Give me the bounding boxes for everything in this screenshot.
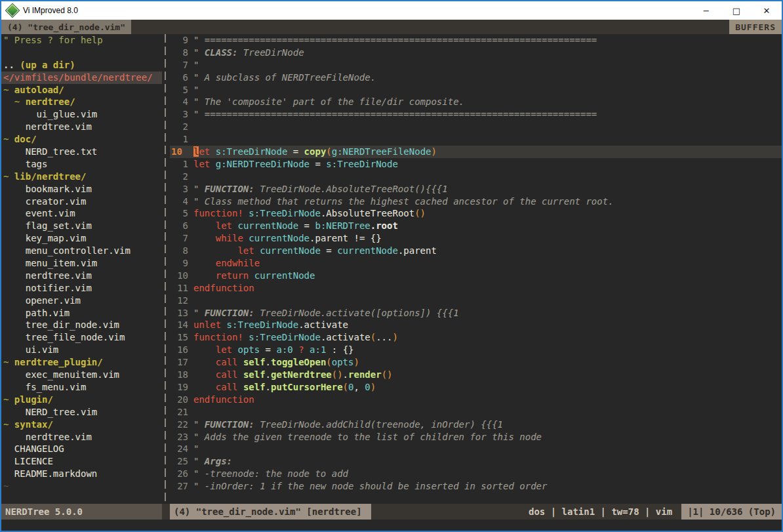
code-line[interactable]: 26" -treenode: the node to add: [170, 468, 782, 480]
token: path.vim: [3, 308, 70, 318]
tree-item[interactable]: NERD_tree.vim: [1, 406, 162, 419]
tree-item[interactable]: tree_file_node.vim: [1, 331, 162, 344]
tree-item[interactable]: tags: [1, 158, 162, 171]
minimize-button[interactable]: −: [691, 1, 721, 20]
code-line[interactable]: 4" The 'composite' part of the file/dir …: [170, 96, 782, 108]
tree-item[interactable]: ~ nerdtree_plugin/: [1, 356, 162, 369]
tree-item[interactable]: LICENCE: [1, 455, 162, 468]
code-line[interactable]: 7 while currentNode.parent != {}: [170, 232, 782, 245]
code-line[interactable]: 13" FUNCTION: TreeDirNode.activate([opti…: [170, 307, 782, 319]
tab-tree-dir-node[interactable]: (4) "tree_dir_node.vim": [1, 20, 131, 34]
token: [249, 270, 254, 281]
token: call: [216, 369, 238, 380]
tree-item[interactable]: .. (up a dir): [1, 59, 162, 72]
code-line[interactable]: 9" =====================================…: [170, 34, 782, 47]
tree-item[interactable]: key_map.vim: [1, 232, 162, 245]
token: =: [310, 159, 326, 169]
code-line[interactable]: 15function! s:TreeDirNode.activate(...): [170, 331, 782, 344]
tree-item[interactable]: tree_dir_node.vim: [1, 319, 162, 331]
tree-item[interactable]: menu_item.vim: [1, 257, 162, 270]
tree-item[interactable]: ~: [1, 480, 162, 493]
tree-item[interactable]: ~ doc/: [1, 133, 162, 146]
token: tags: [3, 159, 47, 169]
tree-item[interactable]: menu_controller.vim: [1, 245, 162, 257]
close-button[interactable]: ✕: [752, 1, 782, 20]
tree-item[interactable]: nerdtree.vim: [1, 431, 162, 443]
token: [193, 369, 216, 380]
code-line[interactable]: 18 call self.getNerdtree().render(): [170, 369, 782, 381]
tree-item[interactable]: creator.vim: [1, 195, 162, 208]
tree-item[interactable]: ~ syntax/: [1, 419, 162, 431]
code-line[interactable]: 23" Adds the given treenode to the list …: [170, 431, 782, 443]
code-line[interactable]: 22" FUNCTION: TreeDirNode.addChild(treen…: [170, 419, 782, 431]
code-text: unlet s:TreeDirNode.activate: [193, 319, 348, 331]
code-line[interactable]: 10 return currentNode: [170, 270, 782, 282]
window-separator[interactable]: [162, 34, 170, 504]
line-number: 9: [170, 34, 188, 47]
tree-item[interactable]: ~ nerdtree/: [1, 96, 162, 108]
tree-item[interactable]: event.vim: [1, 207, 162, 220]
code-line[interactable]: 8 let currentNode = currentNode.parent: [170, 245, 782, 257]
code-line[interactable]: 16 let opts = a:0 ? a:1 : {}: [170, 344, 782, 356]
tree-item[interactable]: notifier.vim: [1, 282, 162, 295]
line-number: 24: [170, 443, 188, 455]
token: ": [193, 419, 205, 430]
code-line[interactable]: 9 endwhile: [170, 257, 782, 270]
code-line[interactable]: 3" FUNCTION: TreeDirNode.AbsoluteTreeRoo…: [170, 183, 782, 195]
tree-item[interactable]: nerdtree.vim: [1, 270, 162, 282]
tree-item[interactable]: fs_menu.vim: [1, 381, 162, 394]
maximize-button[interactable]: □: [721, 1, 752, 20]
code-line[interactable]: 21: [170, 406, 782, 419]
token: ~: [3, 481, 9, 491]
code-line[interactable]: 1let g:NERDTreeDirNode = s:TreeDirNode: [170, 158, 782, 171]
code-line[interactable]: 5function! s:TreeDirNode.AbsoluteTreeRoo…: [170, 207, 782, 220]
code-line[interactable]: 1: [170, 133, 782, 146]
tree-item[interactable]: ~ autoload/: [1, 84, 162, 96]
tree-item[interactable]: " Press ? for help: [1, 34, 162, 47]
tree-item[interactable]: ui.vim: [1, 344, 162, 356]
token: [193, 258, 216, 268]
token: FUNCTION:: [205, 419, 254, 430]
tree-item[interactable]: README.markdown: [1, 468, 162, 480]
code-line[interactable]: 8" CLASS: TreeDirNode: [170, 47, 782, 59]
tree-item[interactable]: NERD_tree.txt: [1, 146, 162, 158]
code-line[interactable]: 5": [170, 84, 782, 96]
code-line[interactable]: 17 call self.toggleOpen(opts): [170, 356, 782, 369]
code-line[interactable]: 6 let currentNode = b:NERDTree.root: [170, 220, 782, 232]
token: README.markdown: [3, 468, 97, 479]
token: [193, 270, 216, 281]
code-line[interactable]: 27" -inOrder: 1 if the new node should b…: [170, 480, 782, 493]
tree-item[interactable]: ~ lib/nerdtree/: [1, 171, 162, 183]
token: .parent: [398, 245, 437, 256]
tree-item[interactable]: opener.vim: [1, 295, 162, 307]
code-line[interactable]: 14unlet s:TreeDirNode.activate: [170, 319, 782, 331]
code-line[interactable]: 20endfunction: [170, 394, 782, 406]
code-line[interactable]: 4" Class method that returns the highest…: [170, 195, 782, 208]
tree-item[interactable]: exec_menuitem.vim: [1, 369, 162, 381]
tree-item[interactable]: bookmark.vim: [1, 183, 162, 195]
code-line[interactable]: 19 call self.putCursorHere(0, 0): [170, 381, 782, 394]
command-line[interactable]: [1, 520, 782, 531]
tree-item[interactable]: nerdtree.vim: [1, 121, 162, 133]
tree-item[interactable]: ui_glue.vim: [1, 108, 162, 121]
tree-item[interactable]: flag_set.vim: [1, 220, 162, 232]
token: CLASS:: [205, 47, 238, 58]
tree-item[interactable]: CHANGELOG: [1, 443, 162, 455]
code-line[interactable]: 2: [170, 121, 782, 133]
code-line[interactable]: 2: [170, 171, 782, 183]
tree-item[interactable]: [1, 47, 162, 59]
token: NERD_tree.vim: [3, 407, 97, 417]
code-line[interactable]: 12: [170, 295, 782, 307]
tree-item[interactable]: path.vim: [1, 307, 162, 319]
code-text: let currentNode = b:NERDTree.root: [193, 220, 398, 232]
code-line[interactable]: 10let s:TreeDirNode = copy(g:NERDTreeFil…: [170, 146, 782, 158]
tree-item[interactable]: </vimfiles/bundle/nerdtree/: [1, 72, 162, 84]
tree-item[interactable]: ~ plugin/: [1, 394, 162, 406]
code-line[interactable]: 3" =====================================…: [170, 108, 782, 121]
code-line[interactable]: 6" A subclass of NERDTreeFileNode.: [170, 72, 782, 84]
token: (up a dir): [20, 60, 75, 70]
code-line[interactable]: 25" Args:: [170, 455, 782, 468]
code-line[interactable]: 7": [170, 59, 782, 72]
code-line[interactable]: 24": [170, 443, 782, 455]
code-line[interactable]: 11endfunction: [170, 282, 782, 295]
